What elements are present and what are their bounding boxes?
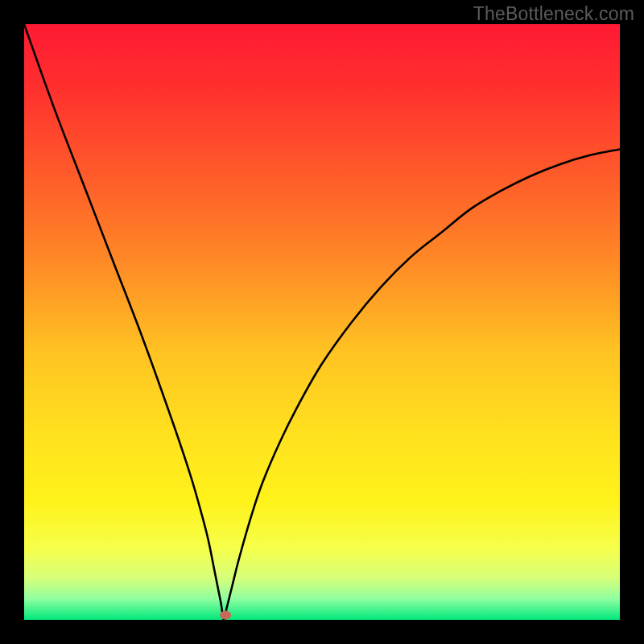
optimum-marker [220,611,231,620]
watermark-label: TheBottleneck.com [473,3,634,25]
chart-frame: TheBottleneck.com [0,0,644,644]
chart-svg [0,0,644,644]
plot-background [24,24,620,620]
